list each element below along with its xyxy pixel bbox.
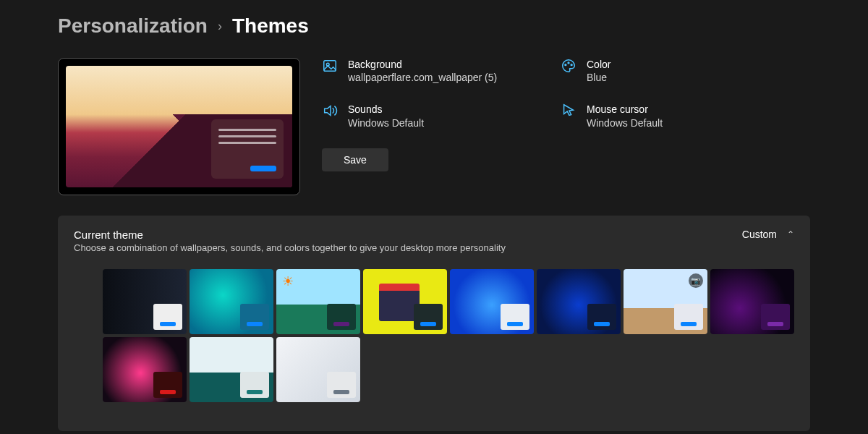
theme-tile-swatch [414,304,443,330]
theme-preview-wallpaper [66,66,292,187]
property-background-title: Background [348,58,497,71]
theme-tile-accent [333,322,349,326]
cursor-icon [561,103,576,119]
theme-tile[interactable] [190,337,273,402]
theme-tile[interactable] [276,269,360,334]
current-theme-expander[interactable]: Custom ⌃ [742,229,794,240]
theme-tile-swatch [240,372,269,398]
theme-tile-swatch [153,304,182,330]
property-sounds[interactable]: Sounds Windows Default [322,103,539,129]
theme-tile[interactable] [190,269,273,334]
theme-tile-swatch [761,304,790,330]
current-theme-subheading: Choose a combination of wallpapers, soun… [74,242,506,253]
theme-tile-swatch [674,304,703,330]
theme-tile-swatch [327,304,356,330]
theme-tile[interactable]: 📷 [624,269,707,334]
theme-tile[interactable] [363,269,447,334]
current-theme-status: Custom [742,229,777,240]
svg-point-2 [565,64,566,66]
camera-icon: 📷 [689,273,703,288]
svg-point-3 [568,62,569,64]
theme-preview [58,58,300,195]
theme-tile-swatch [240,304,269,330]
property-background[interactable]: Background wallpaperflare.com_wallpaper … [322,58,539,84]
breadcrumb-current: Themes [232,14,309,38]
theme-tile-swatch [153,372,182,398]
property-sounds-title: Sounds [348,103,424,116]
property-color[interactable]: Color Blue [561,58,749,84]
theme-tile[interactable] [276,337,360,402]
picture-icon [322,58,338,74]
theme-preview-window [211,119,284,179]
theme-tile-accent [420,322,436,326]
property-cursor-title: Mouse cursor [587,103,663,116]
property-cursor[interactable]: Mouse cursor Windows Default [561,103,749,129]
theme-tile[interactable] [537,269,621,334]
theme-tile[interactable] [103,337,187,402]
theme-tile-accent [160,390,176,394]
chevron-right-icon: › [218,19,222,34]
svg-rect-0 [324,61,336,72]
palette-icon [561,58,576,74]
theme-tile-accent [160,322,176,326]
theme-tile-accent [247,390,263,394]
speaker-icon [322,103,338,119]
property-cursor-value: Windows Default [587,116,663,129]
theme-tile-accent [767,322,783,326]
breadcrumb: Personalization › Themes [58,14,810,38]
theme-tile[interactable] [710,269,794,334]
theme-tile-swatch [587,304,616,330]
theme-tile-accent [594,322,610,326]
theme-tile-swatch [327,372,356,398]
property-sounds-value: Windows Default [348,116,424,129]
current-theme-card: Current theme Choose a combination of wa… [58,216,810,431]
svg-point-4 [571,64,572,66]
theme-preview-accent [250,166,276,171]
property-color-title: Color [587,58,610,71]
theme-tile[interactable] [103,269,187,334]
themes-grid: 📷 [74,269,794,402]
property-color-value: Blue [587,71,610,84]
theme-tile-accent [333,390,349,394]
property-background-value: wallpaperflare.com_wallpaper (5) [348,71,497,84]
current-theme-heading: Current theme [74,229,506,241]
breadcrumb-parent[interactable]: Personalization [58,14,208,38]
save-button[interactable]: Save [322,148,388,171]
theme-tile-swatch [501,304,529,330]
theme-tile-accent [507,322,523,326]
theme-tile-accent [681,322,697,326]
theme-tile-accent [247,322,263,326]
theme-tile[interactable] [450,269,534,334]
chevron-up-icon: ⌃ [787,229,794,239]
